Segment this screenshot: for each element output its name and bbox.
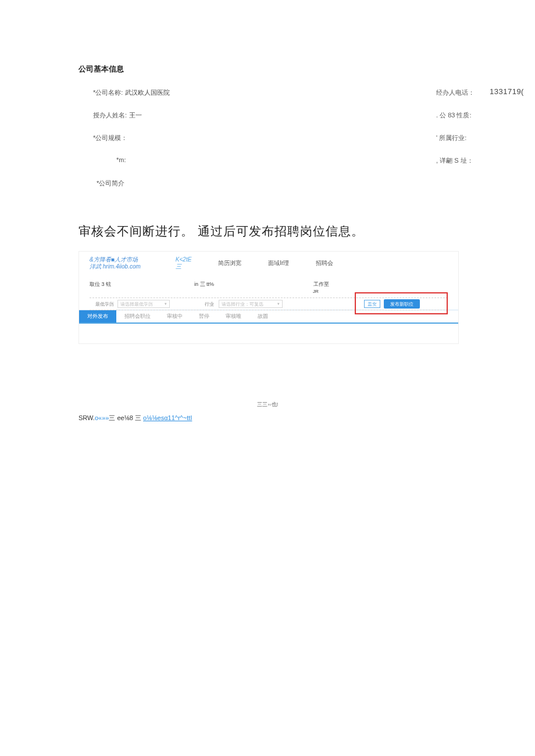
filter-header-3-sub: JR [313, 289, 319, 294]
nav-item-interview[interactable]: 面域Ir理 [268, 259, 289, 267]
tab-published[interactable]: 对外发布 [79, 310, 116, 323]
field-label-company-name: *公司名称: [93, 88, 123, 97]
embedded-ui-panel: &方降看■人才市场 洋武 hrim.4iiob.com K<2tE 三 简历浏宽… [79, 251, 459, 344]
info-row: 授办人姓名: 王一 . 公 83 性质: [93, 111, 535, 120]
brand-block: &方降看■人才市场 洋武 hrim.4iiob.com [90, 256, 141, 270]
footer-link1[interactable]: o«»» [95, 414, 109, 421]
filter-label-industry: 行业 [205, 301, 214, 307]
field-value-phone: 1331719( [490, 87, 524, 97]
section-title: 公司基本信息 [79, 64, 535, 74]
company-basic-info-section: 公司基本信息 *公司名称: 武汉欧人国医院 经办人电话： 1331719( 授办… [79, 64, 535, 202]
nav-item-1-sub: 三 [176, 263, 181, 270]
info-row: *公司规模： ' 所属行业: [93, 134, 535, 142]
field-value-contact-name: 王一 [129, 111, 142, 120]
footer-link2[interactable]: o⅛⅛esα11^r^~ttI [143, 414, 192, 421]
ui-header: &方降看■人才市场 洋武 hrim.4iiob.com K<2tE 三 简历浏宽… [79, 252, 458, 275]
tab-jobfair-positions[interactable]: 招聘会职位 [116, 310, 159, 323]
nav-item-1[interactable]: K<2tE 三 [176, 256, 192, 271]
chevron-down-icon: ▾ [165, 302, 167, 306]
tab-reviewing[interactable]: 审核中 [159, 310, 191, 323]
info-row: *m: , 详翩 S 址： [93, 156, 535, 165]
brand-line2: 洋武 hrim.4iiob.com [90, 263, 141, 270]
filter-header-workto: 工作至 JR [313, 281, 329, 294]
filter-header-3-label: 工作至 [313, 281, 329, 287]
footer-mid: 三 ee⅛8 三 [109, 414, 143, 421]
field-label-industry: ' 所属行业: [436, 134, 466, 142]
footer-center-text: 三三∽也! [0, 401, 535, 409]
field-value-company-name: 武汉欧人国医院 [125, 88, 170, 97]
brand-line1: &方降看■人才市场 [90, 256, 141, 263]
footer-prefix: SRW. [79, 414, 95, 421]
nav-item-1-label: K<2tE [176, 256, 192, 263]
info-row: *公司简介 [93, 179, 535, 188]
nav-item-jobfair[interactable]: 招聘会 [316, 259, 333, 267]
field-label-profile: *公司简介 [97, 179, 124, 188]
tab-review-only[interactable]: 审核唯 [217, 310, 249, 323]
nav-item-resume[interactable]: 简历浏宽 [218, 259, 241, 267]
industry-select[interactable]: 请选择行业：可复选 ▾ [219, 300, 283, 308]
field-label-m: *m: [116, 156, 126, 165]
field-label-contact-name: 授办人姓名: [93, 111, 127, 120]
tab-closed[interactable]: 故圆 [249, 310, 276, 323]
filter-controls-row: 最低学历 请选择最低学历 ▾ 行业 请选择行业：可复选 ▾ 盖女 发布新职位 [90, 298, 448, 310]
info-row: *公司名称: 武汉欧人国医院 经办人电话： 1331719( [93, 88, 535, 97]
tab-paused[interactable]: 暂停 [191, 310, 217, 323]
field-label-phone: 经办人电话： [436, 88, 475, 97]
filter-header-position: 取位 3 铉 [90, 281, 194, 294]
education-select[interactable]: 请选择最低学历 ▾ [117, 300, 170, 308]
chevron-down-icon: ▾ [277, 302, 280, 306]
field-label-address: , 详翩 S 址： [436, 156, 473, 165]
info-grid: *公司名称: 武汉欧人国医院 经办人电话： 1331719( 授办人姓名: 王一… [93, 88, 535, 188]
filter-label-education: 最低学历 [95, 301, 114, 307]
field-label-nature: . 公 83 性质: [436, 111, 472, 120]
industry-select-placeholder: 请选择行业：可复选 [222, 301, 263, 307]
highlight-annotation-box [355, 292, 448, 314]
ui-filters: 取位 3 铉 in 三 tt% 工作至 JR 最低学历 请选择最低学历 ▾ 行业… [79, 275, 458, 310]
education-select-placeholder: 请选择最低学历 [120, 301, 153, 307]
instruction-text: 审核会不间断进行。 通过后可发布招聘岗位信息。 [79, 223, 364, 239]
field-label-scale: *公司规模： [93, 134, 127, 142]
footer-bottom-line: SRW.o«»»三 ee⅛8 三 o⅛⅛esα11^r^~ttI [79, 414, 192, 422]
filter-header-2: in 三 tt% [194, 281, 313, 294]
